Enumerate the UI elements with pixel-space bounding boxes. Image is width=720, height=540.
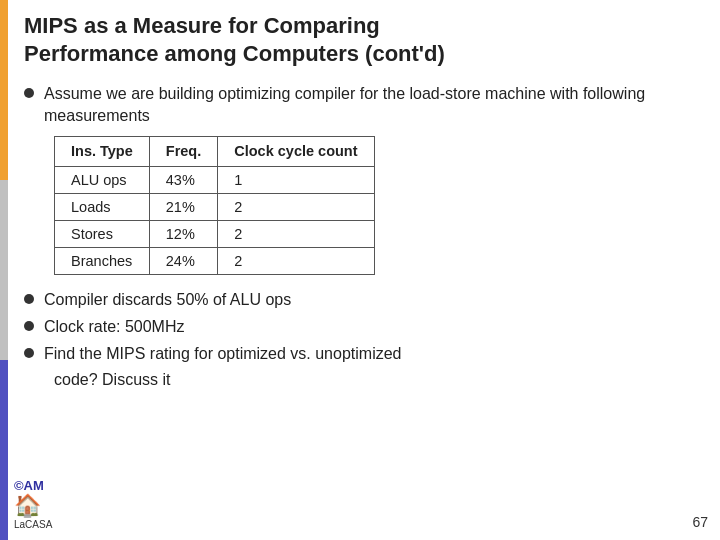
bottom-bullet-row: Compiler discards 50% of ALU ops	[24, 289, 700, 311]
logo-house-icon: 🏠	[14, 493, 41, 519]
bottom-section: Compiler discards 50% of ALU opsClock ra…	[24, 289, 700, 389]
col-header-ins-type: Ins. Type	[55, 136, 150, 166]
left-bar	[0, 0, 8, 540]
table-cell: ALU ops	[55, 166, 150, 193]
title-line2: Performance among Computers (cont'd)	[24, 41, 445, 66]
bottom-bullet-icon	[24, 321, 34, 331]
main-content: MIPS as a Measure for Comparing Performa…	[14, 0, 720, 540]
table-cell: 1	[218, 166, 374, 193]
intro-bullet-row: Assume we are building optimizing compil…	[24, 83, 700, 128]
bar-mid	[0, 180, 8, 360]
intro-bullet-icon	[24, 88, 34, 98]
table-cell: 2	[218, 247, 374, 274]
col-header-clock: Clock cycle count	[218, 136, 374, 166]
bottom-bullet-row: Clock rate: 500MHz	[24, 316, 700, 338]
data-table-wrapper: Ins. Type Freq. Clock cycle count ALU op…	[54, 136, 700, 275]
table-row: Branches24%2	[55, 247, 375, 274]
table-cell: 2	[218, 220, 374, 247]
table-cell: Branches	[55, 247, 150, 274]
bottom-bullet-text: Find the MIPS rating for optimized vs. u…	[44, 343, 402, 365]
logo-label: LaCASA	[14, 519, 52, 530]
bottom-bullet-text: Clock rate: 500MHz	[44, 316, 185, 338]
bottom-bullet-row: Find the MIPS rating for optimized vs. u…	[24, 343, 700, 365]
table-cell: 24%	[149, 247, 217, 274]
instruction-table: Ins. Type Freq. Clock cycle count ALU op…	[54, 136, 375, 275]
bottom-bullet-icon	[24, 348, 34, 358]
intro-section: Assume we are building optimizing compil…	[24, 83, 700, 275]
slide-title: MIPS as a Measure for Comparing Performa…	[24, 12, 700, 67]
intro-bullet-text: Assume we are building optimizing compil…	[44, 83, 700, 128]
bar-bot	[0, 360, 8, 540]
table-row: Loads21%2	[55, 193, 375, 220]
logo-am: ©AM	[14, 478, 44, 493]
page-number: 67	[692, 514, 708, 530]
logo-area: ©AM 🏠 LaCASA	[14, 478, 52, 530]
table-header-row: Ins. Type Freq. Clock cycle count	[55, 136, 375, 166]
table-cell: 12%	[149, 220, 217, 247]
bottom-bullet-icon	[24, 294, 34, 304]
table-cell: 43%	[149, 166, 217, 193]
bar-top	[0, 0, 8, 180]
bottom-bullet-text: Compiler discards 50% of ALU ops	[44, 289, 291, 311]
col-header-freq: Freq.	[149, 136, 217, 166]
title-line1: MIPS as a Measure for Comparing	[24, 13, 380, 38]
bottom-extra-text: code? Discuss it	[54, 371, 700, 389]
table-row: ALU ops43%1	[55, 166, 375, 193]
table-cell: Loads	[55, 193, 150, 220]
table-row: Stores12%2	[55, 220, 375, 247]
table-cell: 21%	[149, 193, 217, 220]
table-cell: 2	[218, 193, 374, 220]
table-cell: Stores	[55, 220, 150, 247]
